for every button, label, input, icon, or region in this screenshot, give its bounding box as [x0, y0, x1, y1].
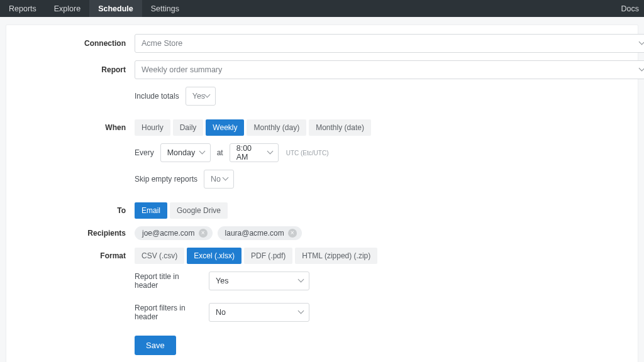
include-totals-select[interactable]: Yes — [186, 87, 216, 106]
report-filters-header-select[interactable]: No — [209, 303, 309, 322]
when-option-daily[interactable]: Daily — [173, 119, 204, 136]
format-option-html[interactable]: HTML (zipped) (.zip) — [295, 248, 377, 264]
report-filters-header-value: No — [216, 308, 226, 317]
chevron-down-icon — [200, 150, 205, 155]
connection-select[interactable]: Acme Store — [135, 34, 644, 53]
label-recipients: Recipients — [78, 229, 126, 238]
every-day-value: Monday — [167, 148, 195, 157]
every-day-select[interactable]: Monday — [160, 143, 211, 162]
nav-item-settings[interactable]: Settings — [142, 0, 188, 17]
label-report-title-header: Report title in header — [135, 272, 203, 290]
top-nav: Reports Explore Schedule Settings Docs — [0, 0, 644, 17]
nav-item-schedule[interactable]: Schedule — [89, 0, 142, 17]
recipient-chip[interactable]: laura@acme.com × — [218, 226, 302, 240]
chevron-down-icon — [299, 278, 304, 283]
timezone-label: UTC (Etc/UTC) — [286, 150, 329, 156]
when-option-weekly[interactable]: Weekly — [206, 119, 244, 136]
recipient-chip[interactable]: joe@acme.com × — [135, 226, 213, 240]
chevron-down-icon — [640, 67, 644, 72]
label-report: Report — [78, 65, 126, 74]
recipient-email: joe@acme.com — [142, 229, 195, 238]
nav-item-explore[interactable]: Explore — [45, 0, 89, 17]
label-skip-empty: Skip empty reports — [135, 175, 197, 184]
format-option-csv[interactable]: CSV (.csv) — [135, 248, 184, 264]
chevron-down-icon — [268, 150, 273, 155]
to-option-email[interactable]: Email — [135, 202, 167, 219]
nav-docs[interactable]: Docs — [621, 0, 644, 17]
label-format: Format — [78, 251, 126, 260]
format-option-xlsx[interactable]: Excel (.xlsx) — [187, 248, 242, 264]
label-every: Every — [135, 148, 154, 157]
chevron-down-icon — [223, 177, 228, 182]
recipient-email: laura@acme.com — [225, 229, 284, 238]
format-option-pdf[interactable]: PDF (.pdf) — [244, 248, 292, 264]
time-value: 8:00 AM — [236, 144, 262, 162]
report-title-header-select[interactable]: Yes — [209, 272, 309, 290]
label-when: When — [78, 123, 126, 132]
label-report-filters-header: Report filters in header — [135, 304, 203, 321]
label-at: at — [217, 148, 223, 157]
close-icon[interactable]: × — [199, 229, 208, 238]
chevron-down-icon — [640, 41, 644, 46]
to-segmented: Email Google Drive — [135, 202, 228, 219]
chevron-down-icon — [205, 94, 210, 99]
when-option-hourly[interactable]: Hourly — [135, 119, 170, 136]
report-value: Weekly order summary — [142, 65, 222, 74]
recipients-chips: joe@acme.com × laura@acme.com × — [135, 226, 302, 240]
to-option-gdrive[interactable]: Google Drive — [170, 202, 228, 219]
label-include-totals: Include totals — [135, 92, 179, 101]
skip-empty-select[interactable]: No — [204, 170, 234, 189]
save-button[interactable]: Save — [135, 336, 176, 355]
nav-item-reports[interactable]: Reports — [0, 0, 45, 17]
chevron-down-icon — [299, 310, 304, 315]
report-title-header-value: Yes — [216, 277, 228, 285]
page-card: Need extra options? Let us know at hello… — [6, 25, 638, 362]
skip-empty-value: No — [211, 175, 221, 184]
report-select[interactable]: Weekly order summary — [135, 60, 644, 79]
connection-value: Acme Store — [142, 39, 182, 48]
label-connection: Connection — [78, 39, 126, 48]
close-icon[interactable]: × — [288, 229, 297, 238]
when-segmented: Hourly Daily Weekly Monthly (day) Monthl… — [135, 119, 371, 136]
include-totals-value: Yes — [192, 92, 205, 101]
label-to: To — [78, 206, 126, 215]
format-segmented: CSV (.csv) Excel (.xlsx) PDF (.pdf) HTML… — [135, 248, 377, 264]
time-select[interactable]: 8:00 AM — [230, 143, 279, 162]
when-option-monthly-day[interactable]: Monthly (day) — [247, 119, 306, 136]
when-option-monthly-date[interactable]: Monthly (date) — [309, 119, 371, 136]
